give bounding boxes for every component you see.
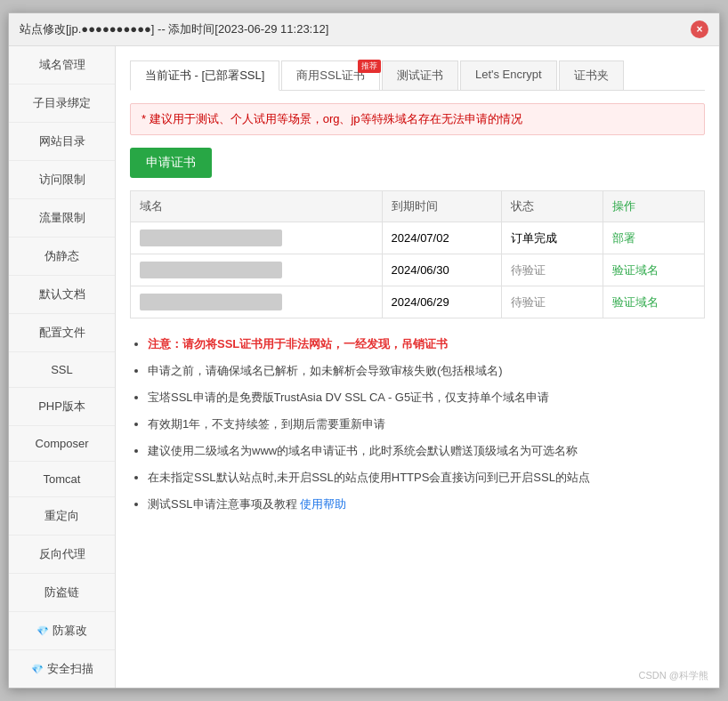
cell-domain: ar.●●●●●●●●●●●● <box>131 254 383 286</box>
sidebar-label: SSL <box>51 363 73 376</box>
tab-2[interactable]: 测试证书 <box>382 60 458 90</box>
tab-0[interactable]: 当前证书 - [已部署SSL] <box>130 60 279 91</box>
table-row: ke●.●●●●●●●●●●●2024/06/29待验证验证域名 <box>131 286 705 318</box>
sidebar-item-默认文档[interactable]: 默认文档 <box>9 276 115 314</box>
note-item-5: 在未指定SSL默认站点时,未开启SSL的站点使用HTTPS会直接访问到已开启SS… <box>148 466 705 489</box>
cell-expire: 2024/06/29 <box>382 286 501 318</box>
cell-domain: ●●●●●●●●●●●●●●● <box>131 222 383 254</box>
tab-bar: 当前证书 - [已部署SSL]商用SSL证书推荐测试证书Let's Encryp… <box>130 60 705 91</box>
tab-badge-1: 推荐 <box>358 60 381 73</box>
sidebar-label: 网站目录 <box>39 133 85 149</box>
cell-action[interactable]: 验证域名 <box>603 254 705 286</box>
alert-box: * 建议用于测试、个人试用等场景，org、jp等特殊域名存在无法申请的情况 <box>130 103 705 135</box>
sidebar-item-流量限制[interactable]: 流量限制 <box>9 199 115 238</box>
col-domain: 域名 <box>131 191 383 222</box>
sidebar-item-反向代理[interactable]: 反向代理 <box>9 536 115 574</box>
table-row: ar.●●●●●●●●●●●●2024/06/30待验证验证域名 <box>131 254 705 286</box>
sidebar-item-配置文件[interactable]: 配置文件 <box>9 314 115 352</box>
action-link[interactable]: 验证域名 <box>612 295 659 309</box>
sidebar-label: 安全扫描 <box>47 661 93 677</box>
sidebar-label: 访问限制 <box>39 172 85 188</box>
tab-4[interactable]: 证书夹 <box>559 60 624 90</box>
domain-blurred: ke●.●●●●●●●●●●● <box>140 294 282 310</box>
close-button[interactable]: × <box>691 20 708 38</box>
sidebar-label: 防盗链 <box>44 584 79 600</box>
sidebar-item-伪静态[interactable]: 伪静态 <box>9 238 115 276</box>
note-item-1: 申请之前，请确保域名已解析，如未解析会导致审核失败(包括根域名) <box>148 359 705 383</box>
sidebar-label: 子目录绑定 <box>33 95 91 111</box>
gem-icon: 💎 <box>36 625 49 637</box>
apply-cert-button[interactable]: 申请证书 <box>130 148 212 178</box>
col-action: 操作 <box>603 191 705 222</box>
sidebar-item-SSL[interactable]: SSL <box>9 352 115 388</box>
cell-domain: ke●.●●●●●●●●●●● <box>131 286 383 318</box>
tab-1[interactable]: 商用SSL证书推荐 <box>281 60 380 90</box>
sidebar-item-子目录绑定[interactable]: 子目录绑定 <box>9 85 115 123</box>
note-red-text: 注意：请勿将SSL证书用于非法网站，一经发现，吊销证书 <box>148 337 448 350</box>
note-item-0: 注意：请勿将SSL证书用于非法网站，一经发现，吊销证书 <box>148 333 705 356</box>
cell-expire: 2024/06/30 <box>382 254 501 286</box>
sidebar-item-域名管理[interactable]: 域名管理 <box>9 46 115 85</box>
sidebar-label: 配置文件 <box>39 325 85 341</box>
col-status: 状态 <box>502 191 603 222</box>
sidebar: 域名管理子目录绑定网站目录访问限制流量限制伪静态默认文档配置文件SSLPHP版本… <box>9 46 116 688</box>
sidebar-label: 默认文档 <box>39 286 85 302</box>
note-item-2: 宝塔SSL申请的是免费版TrustAsia DV SSL CA - G5证书，仅… <box>148 386 705 409</box>
sidebar-label: Tomcat <box>44 472 81 486</box>
sidebar-label: PHP版本 <box>38 399 85 415</box>
cell-status: 待验证 <box>502 254 603 286</box>
col-expire: 到期时间 <box>382 191 501 222</box>
sidebar-item-访问限制[interactable]: 访问限制 <box>9 161 115 199</box>
action-link[interactable]: 验证域名 <box>612 263 659 277</box>
note-text: 测试SSL申请注意事项及教程 <box>148 497 300 511</box>
domain-blurred: ar.●●●●●●●●●●●● <box>140 262 282 278</box>
sidebar-label: 防篡改 <box>53 623 87 639</box>
sidebar-item-网站目录[interactable]: 网站目录 <box>9 123 115 161</box>
cell-status: 订单完成 <box>502 222 603 254</box>
sidebar-label: 重定向 <box>44 508 79 524</box>
sidebar-item-防盗链[interactable]: 防盗链 <box>9 574 115 612</box>
sidebar-label: 域名管理 <box>39 57 85 73</box>
modal-body: 域名管理子目录绑定网站目录访问限制流量限制伪静态默认文档配置文件SSLPHP版本… <box>9 46 719 688</box>
cert-table: 域名 到期时间 状态 操作 ●●●●●●●●●●●●●●●2024/07/02订… <box>130 190 705 318</box>
note-item-3: 有效期1年，不支持续签，到期后需要重新申请 <box>148 413 705 436</box>
sidebar-item-安全扫描[interactable]: 💎安全扫描 <box>9 650 115 688</box>
note-item-4: 建议使用二级域名为www的域名申请证书，此时系统会默认赠送顶级域名为可选名称 <box>148 439 705 463</box>
modal-header: 站点修改[jp.●●●●●●●●●●] -- 添加时间[2023-06-29 1… <box>9 13 719 46</box>
cell-action[interactable]: 部署 <box>603 222 705 254</box>
sidebar-item-Tomcat[interactable]: Tomcat <box>9 462 115 497</box>
modal-title: 站点修改[jp.●●●●●●●●●●] -- 添加时间[2023-06-29 1… <box>20 21 328 37</box>
sidebar-label: 流量限制 <box>39 210 85 226</box>
cell-status: 待验证 <box>502 286 603 318</box>
tab-3[interactable]: Let's Encrypt <box>460 60 557 90</box>
gem-icon: 💎 <box>31 664 44 675</box>
sidebar-item-防篡改[interactable]: 💎防篡改 <box>9 612 115 650</box>
help-link[interactable]: 使用帮助 <box>300 497 346 511</box>
domain-blurred: ●●●●●●●●●●●●●●● <box>140 230 282 246</box>
table-row: ●●●●●●●●●●●●●●●2024/07/02订单完成部署 <box>131 222 705 254</box>
sidebar-item-重定向[interactable]: 重定向 <box>9 497 115 536</box>
sidebar-label: 反向代理 <box>39 546 85 562</box>
sidebar-item-PHP版本[interactable]: PHP版本 <box>9 388 115 426</box>
cell-action[interactable]: 验证域名 <box>603 286 705 318</box>
sidebar-label: Composer <box>36 437 89 450</box>
sidebar-label: 伪静态 <box>44 248 79 264</box>
sidebar-item-Composer[interactable]: Composer <box>9 426 115 462</box>
table-header-row: 域名 到期时间 状态 操作 <box>131 191 705 222</box>
cell-expire: 2024/07/02 <box>382 222 501 254</box>
alert-text: * 建议用于测试、个人试用等场景，org、jp等特殊域名存在无法申请的情况 <box>142 112 522 125</box>
watermark: CSDN @科学熊 <box>639 669 708 682</box>
main-content: 当前证书 - [已部署SSL]商用SSL证书推荐测试证书Let's Encryp… <box>116 46 719 688</box>
action-link[interactable]: 部署 <box>612 231 635 245</box>
note-item-6: 测试SSL申请注意事项及教程 使用帮助 <box>148 493 705 516</box>
notes-section: 注意：请勿将SSL证书用于非法网站，一经发现，吊销证书申请之前，请确保域名已解析… <box>130 333 705 516</box>
